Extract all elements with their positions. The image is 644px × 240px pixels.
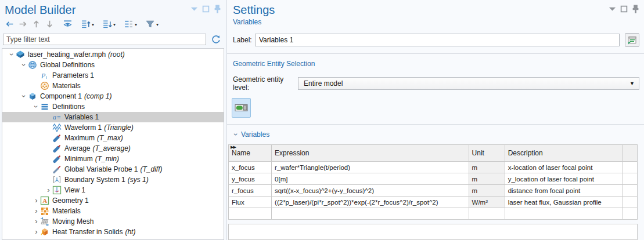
variables-section-title: Variables <box>241 130 269 139</box>
tree-item-definitions[interactable]: ›Definitions <box>2 101 224 112</box>
dropdown-caret-icon[interactable]: ▾ <box>113 22 116 27</box>
dropdown-icon[interactable] <box>609 5 616 13</box>
cell-extra <box>623 208 637 220</box>
geometry-icon: A <box>40 196 49 205</box>
tree-item-label: Geometry 1 <box>52 197 89 205</box>
cell-unit[interactable]: W/m² <box>469 197 505 208</box>
tree-item-label: Moving Mesh <box>52 217 93 226</box>
cell-unit[interactable]: m <box>469 162 505 173</box>
tree-item-global-definitions[interactable]: ›Global Definitions <box>2 60 224 70</box>
tree-item-minimum[interactable]: Minimum(T_min) <box>2 154 224 164</box>
cell-name[interactable] <box>229 208 272 220</box>
tree-item-label: View 1 <box>64 186 85 194</box>
svg-text:A: A <box>42 197 47 204</box>
tree-item-geometry-1[interactable]: ›AGeometry 1 <box>2 195 224 206</box>
waveform-icon <box>52 123 62 132</box>
cell-unit[interactable]: m <box>469 173 505 185</box>
tree-item-variables-1[interactable]: a=Variables 1 <box>2 112 224 122</box>
tree-expander-icon[interactable]: › <box>20 92 28 101</box>
cell-description[interactable]: laser heat flux, Gaussian profile <box>505 197 623 208</box>
cell-expression[interactable]: r_wafer*Triangle(t/period) <box>272 162 469 173</box>
show-eye-icon <box>63 19 73 31</box>
model-builder-window-buttons <box>190 5 221 13</box>
column-header-extra <box>623 145 637 162</box>
cell-description[interactable] <box>505 208 623 220</box>
label-note-button[interactable] <box>625 33 639 47</box>
tree-item-heat-transfer-in-solids[interactable]: ›Heat Transfer in Solids(ht) <box>2 227 224 237</box>
tree-expander-icon[interactable]: › <box>33 206 40 216</box>
tree-item-tag: (T_diff) <box>141 165 163 173</box>
column-header-expression: Expression <box>272 145 469 162</box>
tree-item-parameters-1[interactable]: PiParameters 1 <box>2 70 224 81</box>
table-row: r_focussqrt((x-x_focus)^2+(y-y_focus)^2)… <box>229 185 638 197</box>
tree-expander-icon[interactable]: › <box>45 186 52 195</box>
restore-icon[interactable] <box>620 5 628 13</box>
tree-expander-icon[interactable]: › <box>8 50 16 59</box>
tree-item-average[interactable]: Average(T_average) <box>2 143 224 154</box>
expand-tree-button[interactable]: ▾ <box>80 19 95 31</box>
tree-item-label: Global Definitions <box>40 61 95 69</box>
tree-item-component-1[interactable]: ›Component 1(comp 1) <box>2 91 224 101</box>
view-icon <box>52 186 62 195</box>
pin-icon[interactable] <box>214 5 221 13</box>
globe-icon <box>28 60 37 70</box>
tree-item-materials[interactable]: ›Materials <box>2 206 224 216</box>
tree-expander-icon[interactable]: › <box>33 217 40 226</box>
cell-description[interactable]: distance from focal point <box>505 185 623 197</box>
node-text-icon <box>124 19 134 31</box>
svg-text:i: i <box>46 75 47 80</box>
pin-icon[interactable] <box>632 5 639 13</box>
cell-description[interactable]: x-location of laser focal point <box>505 162 623 173</box>
tree-item-waveform-1[interactable]: Waveform 1(Triangle) <box>2 122 224 133</box>
column-header-name: ▶▶Name <box>229 145 272 162</box>
tree-item-materials[interactable]: Materials <box>2 81 224 91</box>
tree-expander-icon[interactable]: › <box>33 196 40 205</box>
cell-name[interactable]: Flux <box>229 197 272 208</box>
forward-arrow-button[interactable] <box>17 19 29 31</box>
cell-unit[interactable] <box>469 208 505 220</box>
cell-description[interactable]: y_location of laser focal point <box>505 173 623 185</box>
node-text-button[interactable]: ▾ <box>123 19 138 31</box>
show-eye-button[interactable] <box>62 19 74 31</box>
geometric-entity-section-title: Geometric Entity Selection <box>233 60 644 68</box>
tree-item-global-variable-probe-1[interactable]: Global Variable Probe 1(T_diff) <box>2 164 224 174</box>
cell-unit[interactable]: m <box>469 185 505 197</box>
cell-name[interactable]: r_focus <box>229 185 272 197</box>
move-up-arrow-button[interactable] <box>30 19 42 31</box>
row-marker-icon: ▶▶ <box>231 145 236 150</box>
collapse-tree-button[interactable]: ▾ <box>101 19 117 31</box>
tree-item-maximum[interactable]: Maximum(T_max) <box>2 133 224 143</box>
section-collapse-chevron-icon[interactable]: › <box>232 130 240 139</box>
dropdown-caret-icon[interactable]: ▾ <box>156 22 159 27</box>
tree-item-label: Maximum <box>64 134 95 142</box>
tree-expander-icon[interactable]: › <box>33 227 40 237</box>
model-builder-title: Model Builder <box>5 3 75 17</box>
cell-extra <box>623 185 637 197</box>
dropdown-caret-icon[interactable]: ▾ <box>135 22 137 27</box>
filter-input[interactable] <box>3 34 206 45</box>
dropdown-caret-icon[interactable]: ▾ <box>92 22 94 27</box>
cell-expression[interactable]: sqrt((x-x_focus)^2+(y-y_focus)^2) <box>272 185 469 197</box>
active-selection-button[interactable] <box>232 98 251 118</box>
filter-funnel-icon <box>145 19 155 31</box>
tree-expander-icon[interactable]: › <box>20 60 28 70</box>
cell-name[interactable]: y_focus <box>229 173 272 185</box>
restore-icon[interactable] <box>202 5 210 13</box>
move-down-arrow-button[interactable] <box>44 19 56 31</box>
cell-extra <box>623 197 637 208</box>
tree-item-moving-mesh[interactable]: ›Moving Mesh <box>2 216 224 227</box>
cell-expression[interactable]: 0[m] <box>272 173 469 185</box>
dropdown-icon[interactable] <box>190 5 198 13</box>
tree-item-view-1[interactable]: ›View 1 <box>2 185 224 195</box>
geometric-entity-level-select[interactable]: Entire model ▼ <box>298 77 639 90</box>
cell-name[interactable]: x_focus <box>229 162 272 173</box>
filter-funnel-button[interactable]: ▾ <box>144 19 160 31</box>
refresh-filter-button[interactable] <box>210 34 222 45</box>
cell-expression[interactable] <box>272 208 469 220</box>
tree-item-boundary-system-1[interactable]: Boundary System 1(sys 1) <box>2 174 224 185</box>
back-arrow-button[interactable] <box>3 19 16 31</box>
tree-expander-icon[interactable]: › <box>33 102 40 111</box>
label-input[interactable] <box>255 34 620 46</box>
cell-expression[interactable]: ((2*p_laser)/(pi*r_spot^2))*exp(-(2*r_fo… <box>272 197 469 208</box>
tree-item-laser-heating-wafer-mph[interactable]: ›laser_heating_wafer.mph(root) <box>2 49 224 60</box>
